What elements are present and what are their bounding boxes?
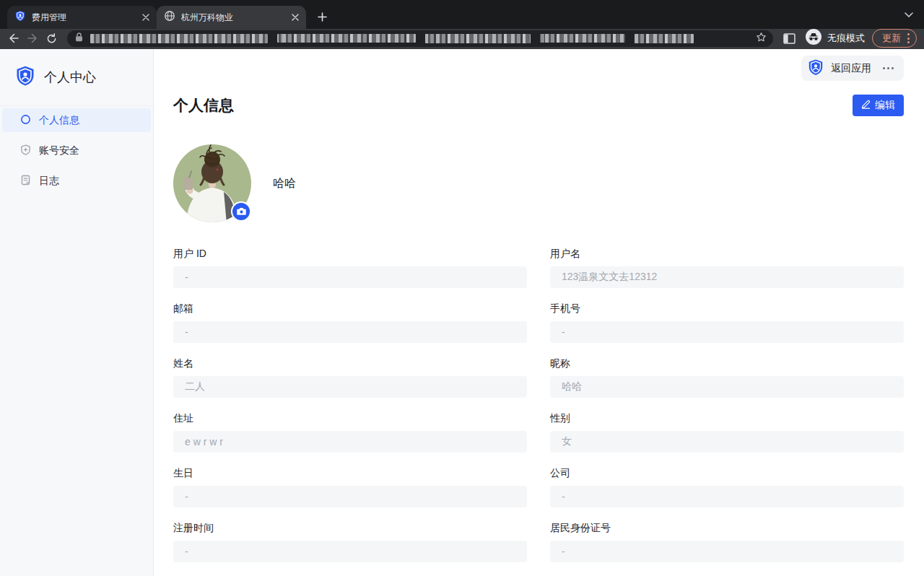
pencil-icon	[861, 100, 871, 111]
incognito-indicator: 无痕模式	[806, 29, 865, 48]
field-value: 123温泉文文去12312	[562, 271, 657, 284]
field-value: -	[185, 326, 188, 338]
shield-logo-icon	[14, 65, 36, 90]
shield-favicon-icon	[14, 10, 26, 25]
field-value-box: 二人	[173, 376, 527, 398]
field-label: 用户 ID	[173, 246, 527, 261]
new-tab-button[interactable]	[312, 6, 332, 27]
sidebar-item-account-security[interactable]: 账号安全	[2, 139, 151, 162]
window-chevron-down-icon[interactable]	[901, 6, 917, 22]
field-label: 昵称	[550, 356, 904, 370]
browser-tab-fee-management[interactable]: 费用管理	[7, 6, 157, 29]
tab-close-icon[interactable]	[139, 11, 152, 24]
toolbar-right-cluster: 无痕模式 更新	[780, 29, 917, 48]
profile-nickname: 哈哈	[273, 176, 296, 191]
back-button[interactable]	[4, 30, 23, 47]
profile-field: 注册时间 -	[173, 520, 527, 562]
tab-close-icon[interactable]	[289, 11, 302, 24]
field-label: 生日	[173, 466, 527, 480]
profile-field: 生日 -	[173, 466, 527, 507]
field-value: -	[562, 491, 565, 502]
personal-center-app: 个人中心 个人信息 账号安全 日志	[0, 49, 924, 576]
sidebar: 个人中心 个人信息 账号安全 日志	[0, 49, 154, 576]
back-to-app-label: 返回应用	[831, 62, 871, 75]
edit-button-label: 编辑	[875, 99, 895, 112]
profile-fields-grid: 用户 ID - 用户名 123温泉文文去12312 邮箱 - 手机号 - 姓名 …	[173, 246, 904, 562]
field-value: -	[562, 326, 565, 338]
sidebar-item-personal-info[interactable]: 个人信息	[2, 108, 151, 132]
shield-plus-icon	[20, 144, 31, 157]
tab-title: 杭州万科物业	[181, 12, 283, 24]
field-value: 二人	[185, 380, 205, 393]
edit-button[interactable]: 编辑	[853, 95, 904, 116]
field-value: -	[185, 271, 188, 283]
field-label: 姓名	[173, 356, 527, 370]
bookmark-star-icon[interactable]	[756, 32, 767, 45]
profile-field: 邮箱 -	[173, 301, 527, 343]
field-value: -	[562, 546, 565, 557]
shield-logo-icon	[807, 58, 824, 79]
user-circle-icon	[20, 114, 31, 127]
sidebar-item-label: 个人信息	[39, 114, 79, 127]
log-document-icon	[20, 175, 31, 188]
profile-field: 姓名 二人	[173, 356, 527, 398]
profile-field: 用户名 123温泉文文去12312	[550, 246, 904, 288]
page-title: 个人信息	[173, 95, 234, 115]
incognito-icon	[806, 29, 821, 48]
incognito-label: 无痕模式	[827, 32, 865, 45]
address-bar[interactable]	[67, 30, 773, 47]
avatar	[173, 144, 251, 222]
update-label: 更新	[882, 32, 901, 45]
top-actions-row: 返回应用	[173, 56, 904, 81]
main-content: 返回应用 个人信息 编辑	[154, 49, 924, 576]
profile-field: 住址 e w r w r	[173, 411, 527, 453]
profile-field: 公司 -	[550, 466, 904, 507]
profile-field: 性别 女	[550, 411, 904, 453]
field-label: 用户名	[550, 246, 904, 261]
more-options-icon[interactable]	[881, 63, 895, 74]
side-panel-icon[interactable]	[780, 30, 798, 47]
kebab-menu-icon	[907, 33, 910, 43]
redacted-url-text	[90, 34, 749, 43]
app-logo-block: 个人中心	[0, 49, 153, 106]
field-value-box: -	[550, 321, 904, 343]
field-value-box: 哈哈	[550, 376, 904, 398]
sidebar-item-label: 日志	[39, 175, 59, 188]
app-title: 个人中心	[44, 69, 96, 86]
field-value-box: -	[173, 321, 527, 343]
browser-toolbar: 无痕模式 更新	[0, 29, 924, 49]
camera-icon	[237, 206, 246, 217]
change-avatar-camera-button[interactable]	[231, 201, 251, 222]
sidebar-item-logs[interactable]: 日志	[2, 169, 151, 193]
field-value: 哈哈	[562, 380, 582, 393]
profile-field: 用户 ID -	[173, 246, 527, 288]
field-label: 手机号	[550, 301, 904, 315]
field-label: 公司	[550, 466, 904, 480]
field-value-box: -	[550, 486, 904, 507]
field-label: 住址	[173, 411, 527, 425]
field-label: 性别	[550, 411, 904, 425]
browser-tab-strip: 费用管理 杭州万科物业	[0, 0, 924, 29]
forward-button[interactable]	[23, 30, 42, 47]
chrome-update-button[interactable]: 更新	[872, 29, 917, 48]
field-value-box: -	[173, 486, 527, 507]
browser-tab-hangzhou-vanke[interactable]: 杭州万科物业	[157, 6, 306, 29]
field-label: 注册时间	[173, 520, 527, 535]
sidebar-menu: 个人信息 账号安全 日志	[0, 106, 153, 193]
profile-summary: 哈哈	[173, 144, 904, 222]
tab-title: 费用管理	[32, 12, 134, 24]
sidebar-item-label: 账号安全	[39, 144, 79, 157]
field-value-box: -	[173, 266, 527, 288]
back-to-app-button[interactable]: 返回应用	[801, 56, 904, 81]
field-value-box: 女	[550, 431, 904, 453]
reload-button[interactable]	[42, 30, 61, 47]
field-value-box: 123温泉文文去12312	[550, 266, 904, 288]
globe-favicon-icon	[164, 10, 175, 25]
field-value: 女	[562, 435, 572, 448]
profile-field: 居民身份证号 -	[550, 520, 904, 562]
field-value: -	[185, 491, 188, 502]
field-label: 居民身份证号	[550, 520, 904, 535]
page-header: 个人信息 编辑	[173, 95, 904, 116]
profile-field: 昵称 哈哈	[550, 356, 904, 398]
lock-icon	[75, 32, 83, 45]
